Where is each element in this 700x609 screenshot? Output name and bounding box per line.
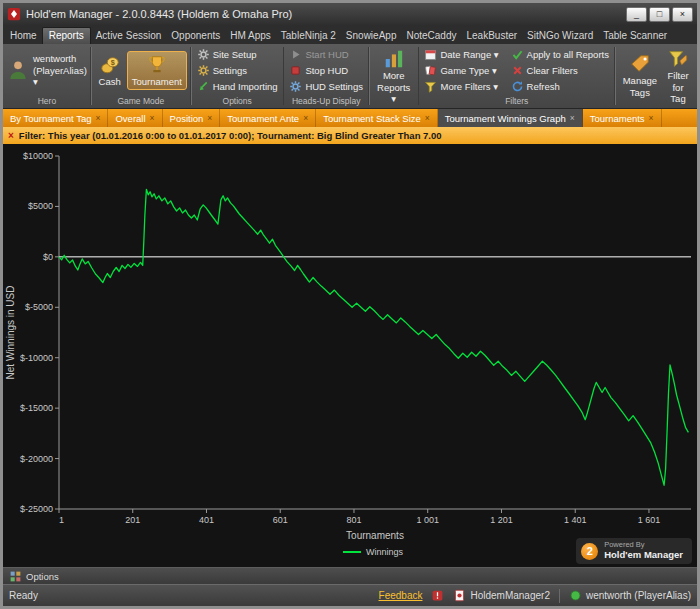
ribbon-separator	[190, 47, 192, 105]
report-tab-label: Tournament Winnings Graph	[445, 113, 566, 124]
y-tick-label: $5000	[28, 201, 53, 211]
y-tick-label: $0	[43, 252, 53, 262]
x-tick-label: 1 401	[564, 515, 587, 525]
ribbon-tab-tableninja[interactable]: TableNinja 2	[276, 27, 341, 44]
y-axis-title: Net Winnings in USD	[5, 286, 16, 380]
cash-button[interactable]: $ Cash	[95, 52, 125, 90]
ribbon-tab-notecaddy[interactable]: NoteCaddy	[401, 27, 461, 44]
account-name: HoldemManager2	[470, 590, 550, 601]
settings-button[interactable]: Settings	[195, 63, 249, 78]
tab-close-icon[interactable]: ×	[425, 113, 430, 123]
hud-settings-button[interactable]: HUD Settings	[287, 79, 365, 94]
stop-icon	[289, 64, 302, 77]
y-tick-label: $-20000	[20, 454, 53, 464]
ribbon-tab-leakbuster[interactable]: LeakBuster	[461, 27, 522, 44]
settings-label: Settings	[213, 65, 247, 76]
tab-close-icon[interactable]: ×	[649, 113, 654, 123]
ribbon-tab-hm-apps[interactable]: HM Apps	[225, 27, 276, 44]
ribbon-tab-sitngo-wizard[interactable]: SitNGo Wizard	[522, 27, 598, 44]
ribbon-tab-snowieapp[interactable]: SnowieApp	[341, 27, 402, 44]
clear-filters-button[interactable]: Clear Filters	[509, 63, 580, 78]
legend-label: Winnings	[366, 547, 404, 557]
report-tab-overall[interactable]: Overall ×	[108, 109, 162, 127]
report-tab-tournaments[interactable]: Tournaments ×	[583, 109, 662, 127]
trophy-icon	[146, 54, 168, 76]
report-tab-tournament-ante[interactable]: Tournament Ante ×	[220, 109, 316, 127]
app-window: Hold'em Manager - 2.0.0.8443 (Holdem & O…	[0, 0, 700, 609]
x-tick-label: 601	[273, 515, 288, 525]
maximize-button[interactable]: □	[649, 7, 670, 22]
tab-close-icon[interactable]: ×	[207, 113, 212, 123]
ribbon-group-hud: Start HUD Stop HUD HUD Settings Heads-U	[285, 45, 367, 107]
ribbon-tab-opponents[interactable]: Opponents	[166, 27, 225, 44]
ribbon-separator	[614, 47, 616, 105]
report-tab-label: Tournament Ante	[227, 113, 299, 124]
feedback-link[interactable]: Feedback	[379, 590, 423, 601]
group-label-filters: Filters	[422, 95, 610, 107]
ribbon-group-tagging: Manage Tags Filter for Tag Tourney Taggi…	[617, 45, 695, 107]
report-tab-position[interactable]: Position ×	[163, 109, 221, 127]
tab-close-icon[interactable]: ×	[570, 113, 575, 123]
ribbon-group-options: Site Setup Settings Hand Importing	[193, 45, 282, 107]
tournament-label: Tournament	[132, 77, 182, 88]
ribbon-group-reports: More Reports ▾ Reports	[371, 45, 417, 107]
minimize-button[interactable]: _	[626, 7, 647, 22]
ribbon-tab-table-scanner[interactable]: Table Scanner	[598, 27, 672, 44]
tab-close-icon[interactable]: ×	[96, 113, 101, 123]
report-tab-bar: By Tournament Tag × Overall × Position ×…	[3, 108, 697, 127]
ribbon-tab-home[interactable]: Home	[5, 27, 42, 44]
report-tab-by-tournament-tag[interactable]: By Tournament Tag ×	[3, 109, 108, 127]
report-tab-tournament-winnings-graph[interactable]: Tournament Winnings Graph ×	[438, 109, 583, 127]
remove-filter-icon[interactable]: ×	[8, 131, 14, 141]
stop-hud-label: Stop HUD	[305, 65, 348, 76]
tab-close-icon[interactable]: ×	[303, 113, 308, 123]
filter-for-tag-button[interactable]: Filter for Tag	[663, 46, 693, 107]
more-reports-label-2: Reports ▾	[377, 83, 411, 105]
tag-icon	[629, 53, 651, 75]
x-tick-label: 1 601	[638, 515, 661, 525]
tournament-button[interactable]: Tournament	[127, 51, 187, 91]
gear-icon	[197, 48, 210, 61]
player-status[interactable]: wentworth (PlayerAlias)	[569, 589, 691, 602]
more-reports-button[interactable]: More Reports ▾	[373, 46, 415, 107]
hand-importing-button[interactable]: Hand Importing	[195, 79, 280, 94]
tab-close-icon[interactable]: ×	[150, 113, 155, 123]
report-tab-label: Tournaments	[590, 113, 645, 124]
ribbon-group-hero: wentworth (PlayerAlias) ▾ Hero	[5, 45, 89, 107]
gear-icon	[289, 80, 302, 93]
y-tick-label: $-15000	[20, 403, 53, 413]
options-bar-label: Options	[26, 571, 59, 582]
options-bar[interactable]: Options	[3, 567, 697, 584]
funnel-tag-icon	[667, 48, 689, 70]
close-button[interactable]: ×	[672, 7, 693, 22]
account-status[interactable]: HoldemManager2	[453, 589, 550, 602]
site-setup-button[interactable]: Site Setup	[195, 47, 259, 62]
date-range-label: Date Range ▾	[440, 49, 498, 60]
x-tick-label: 1 001	[416, 515, 439, 525]
start-hud-button: Start HUD	[287, 47, 350, 62]
y-tick-label: $-5000	[25, 302, 53, 312]
more-reports-label-1: More	[383, 71, 405, 82]
calendar-icon	[424, 48, 437, 61]
hero-name: wentworth	[33, 53, 87, 64]
ribbon-separator	[283, 47, 285, 105]
x-tick-label: 1 201	[490, 515, 513, 525]
manage-tags-button[interactable]: Manage Tags	[619, 51, 661, 101]
hero-selector[interactable]: wentworth (PlayerAlias) ▾	[7, 53, 87, 87]
apply-all-reports-button[interactable]: Apply to all Reports	[509, 47, 611, 62]
funnel-icon	[424, 80, 437, 93]
ribbon-tab-reports[interactable]: Reports	[42, 27, 91, 44]
gear-icon	[197, 64, 210, 77]
manage-tags-label-1: Manage	[623, 76, 657, 87]
refresh-button[interactable]: Refresh	[509, 79, 562, 94]
more-filters-label: More Filters ▾	[440, 81, 498, 92]
ribbon-tab-active-session[interactable]: Active Session	[91, 27, 167, 44]
date-range-button[interactable]: Date Range ▾	[422, 47, 500, 62]
stop-hud-button[interactable]: Stop HUD	[287, 63, 350, 78]
game-type-button[interactable]: Game Type ▾	[422, 63, 498, 78]
powered-by-badge: 2 Powered By Hold'em Manager	[576, 538, 692, 564]
ribbon-group-game-mode: $ Cash Tournament Game Mode	[93, 45, 189, 107]
more-filters-button[interactable]: More Filters ▾	[422, 79, 500, 94]
red-x-icon	[511, 64, 524, 77]
report-tab-tournament-stack-size[interactable]: Tournament Stack Size ×	[316, 109, 438, 127]
